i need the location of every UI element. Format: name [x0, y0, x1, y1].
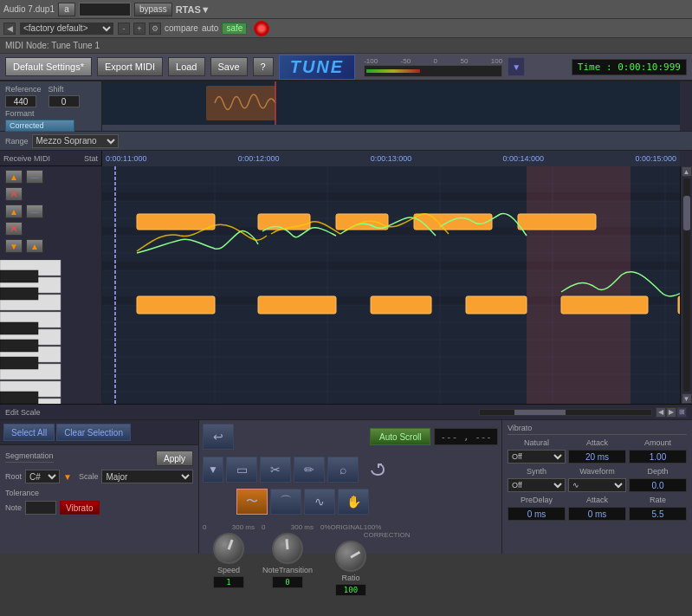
range-select[interactable]: Mezzo Soprano — [32, 134, 119, 148]
nav-up3-btn[interactable]: ▲ — [26, 239, 43, 253]
zoom-btn[interactable]: ⊞ — [676, 407, 687, 418]
svg-rect-53 — [371, 296, 431, 314]
reference-label: Reference — [5, 85, 42, 94]
timeline-4: 0:00:15:000 — [635, 154, 676, 163]
a-button[interactable]: a — [58, 3, 75, 16]
svg-rect-54 — [466, 296, 527, 314]
load-button[interactable]: Load — [168, 57, 204, 76]
nav-down-btn[interactable]: ▼ — [5, 239, 23, 253]
corrected-bar: Corrected — [5, 120, 74, 132]
waveform-display — [102, 81, 680, 125]
edit-scale-bar: Edit Scale ◀ ▶ ⊞ — [0, 404, 692, 419]
note-trans-knob[interactable] — [272, 533, 303, 564]
auto-scroll-button[interactable]: Auto Scroll — [370, 428, 430, 445]
timeline-ruler: 0:00:11:000 0:00:12:000 0:00:13:000 0:00… — [102, 151, 680, 166]
speed-knob[interactable] — [213, 533, 244, 564]
pitch-tool[interactable]: ⌒ — [270, 489, 301, 515]
bypass-button[interactable]: bypass — [134, 3, 172, 16]
help-button[interactable]: ? — [253, 57, 274, 76]
settings-button[interactable]: ⚙ — [149, 23, 161, 35]
synth-header: Synth — [508, 467, 566, 476]
waveform-select[interactable]: ∿ — [568, 478, 626, 492]
svg-rect-44 — [527, 166, 631, 404]
timeline-2: 0:00:13:000 — [371, 154, 412, 163]
wave-tool[interactable]: 〜 — [236, 489, 268, 515]
shift-value[interactable]: 0 — [49, 95, 80, 107]
preset-select[interactable]: <factory default> — [19, 22, 114, 36]
second-bar: ◀ <factory default> - + ⚙ compare auto s… — [0, 19, 692, 38]
vibrato-button[interactable]: Vibrato — [60, 501, 100, 515]
default-settings-button[interactable]: Default Settings* — [5, 57, 92, 76]
nav-up-btn[interactable]: ▲ — [5, 170, 23, 184]
smooth-tool[interactable]: ∿ — [304, 489, 335, 515]
notes-grid-svg — [102, 166, 680, 404]
select-all-button[interactable]: Select All — [3, 424, 55, 441]
piano-keys-svg — [0, 260, 101, 404]
nav-minus-btn[interactable]: — — [26, 170, 43, 184]
export-midi-button[interactable]: Export MIDI — [97, 57, 163, 76]
scroll-right-btn[interactable]: ▶ — [666, 407, 676, 418]
svg-rect-46 — [137, 214, 215, 230]
bottom-controls: Select All Clear Selection Segmentation … — [0, 419, 692, 554]
nav-up2-btn[interactable]: ▲ — [5, 204, 23, 218]
rtas-label[interactable]: RTAS▼ — [176, 4, 210, 15]
minus-button[interactable]: - — [118, 23, 130, 35]
note-trans-label: NoteTransition — [262, 566, 313, 574]
knobs-group: 0300 ms Speed 1 0300 ms NoteTransition 0 — [203, 523, 498, 596]
undo-button[interactable]: ↩ — [203, 424, 234, 450]
h-scrollbar[interactable] — [479, 409, 652, 416]
nav-x2-btn[interactable]: ✕ — [5, 222, 23, 236]
svg-rect-16 — [0, 322, 38, 334]
redo-button[interactable] — [361, 457, 392, 483]
notes-area[interactable] — [102, 166, 680, 404]
svg-rect-50 — [518, 214, 596, 230]
scrollbar-track[interactable] — [683, 178, 690, 392]
hand-tool[interactable]: ✋ — [338, 489, 369, 515]
time-display: Time : 0:00:10:999 — [572, 59, 687, 75]
timeline-1: 0:00:12:000 — [238, 154, 280, 163]
range-label: Range — [5, 137, 29, 146]
shift-label: Shift — [49, 85, 80, 94]
nav-minus2-btn[interactable]: — — [26, 204, 43, 218]
root-select[interactable]: C# — [25, 470, 60, 483]
synth-select[interactable]: Off — [508, 478, 566, 492]
left-bottom: Select All Clear Selection Segmentation … — [0, 420, 199, 554]
natural-select[interactable]: Off — [508, 450, 566, 464]
root-label: Root — [5, 472, 22, 481]
shift-group: Shift 0 — [49, 85, 80, 107]
midi-node-bar: MIDI Node: Tune Tune 1 — [0, 38, 692, 54]
attack-header: Attack — [568, 438, 626, 447]
auto-label: auto — [202, 23, 218, 33]
rate-header: Rate — [629, 496, 687, 504]
scissors-tool[interactable]: ✂ — [260, 457, 291, 483]
scrollbar-right[interactable]: ▲ ▼ — [680, 166, 692, 404]
pencil-tool[interactable]: ✏ — [294, 457, 325, 483]
plus-button[interactable]: + — [133, 23, 146, 35]
safe-button[interactable]: safe — [222, 23, 247, 35]
scale-select[interactable]: Major — [101, 470, 193, 483]
ratio-knob[interactable] — [335, 541, 366, 572]
nav-x-btn[interactable]: ✕ — [5, 187, 23, 201]
tune-input[interactable]: Tune — [79, 3, 131, 16]
predelay-header: PreDelay — [508, 496, 566, 504]
piano-keys[interactable] — [0, 260, 101, 404]
clear-selection-button[interactable]: Clear Selection — [56, 424, 131, 441]
scroll-left-btn[interactable]: ◀ — [656, 407, 666, 418]
attack-value: 20 ms — [568, 450, 626, 464]
note-input[interactable]: 100 — [25, 501, 56, 515]
prev-button[interactable]: ◀ — [3, 23, 16, 35]
dropdown-button[interactable]: ▼ — [508, 57, 525, 76]
select-buttons-row: Select All Clear Selection — [0, 420, 198, 445]
magnify-tool[interactable]: ⌕ — [327, 457, 359, 483]
save-button[interactable]: Save — [210, 57, 248, 76]
scroll-down-btn[interactable]: ▼ — [682, 393, 692, 404]
scroll-up-btn[interactable]: ▲ — [682, 166, 692, 177]
vibrato-title: Vibrato — [508, 424, 687, 435]
speed-value: 1 — [213, 576, 244, 588]
reference-value[interactable]: 440 — [5, 95, 36, 107]
down-arrow-button[interactable]: ▼ — [203, 457, 223, 483]
select-rect-tool[interactable]: ▭ — [226, 457, 257, 483]
power-icon[interactable] — [254, 21, 269, 36]
octave-icon: ▼ — [63, 472, 72, 482]
apply-button[interactable]: Apply — [156, 451, 193, 466]
